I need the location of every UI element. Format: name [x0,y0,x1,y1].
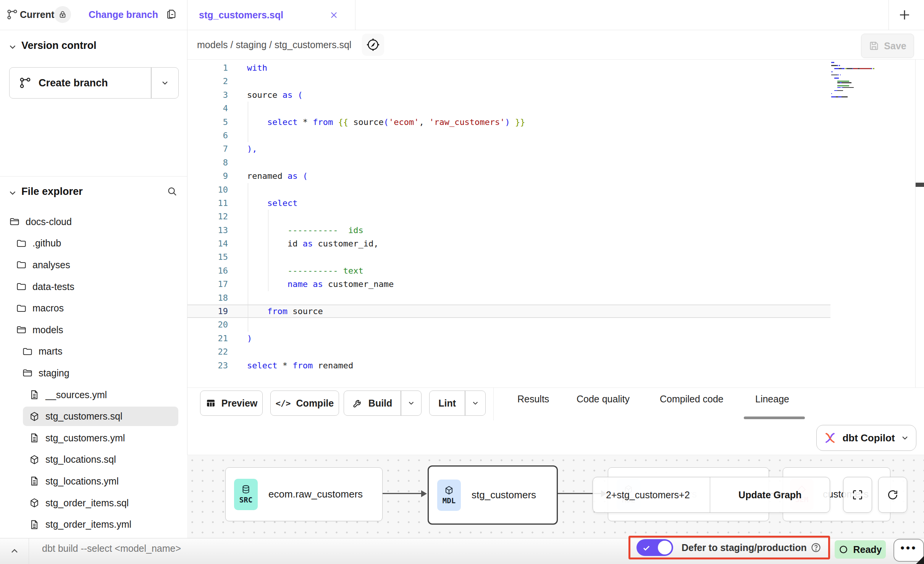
tree-item--sources-yml[interactable]: __sources.yml [0,384,187,406]
code-editor[interactable]: 1with23source as (45 select * from {{ so… [187,60,924,389]
model-cube-icon [29,454,40,465]
build-dropdown[interactable] [401,391,421,415]
line-number: 23 [210,359,228,372]
copy-icon[interactable] [165,8,178,20]
chevron-up-icon[interactable] [9,546,20,556]
build-main[interactable]: Build [344,391,401,415]
build-button[interactable]: Build [344,391,422,416]
save-icon [869,41,879,51]
tree-item-label: stg_customers.yml [45,433,125,444]
table-icon [205,398,216,408]
close-icon[interactable] [329,10,339,20]
new-tab-button[interactable] [895,5,914,24]
code-line: 2 [187,75,830,88]
code-line: 22 [187,345,830,358]
tree-item-data-tests[interactable]: data-tests [0,276,187,298]
tab-lineage[interactable]: Lineage [755,394,789,405]
tree-item-marts[interactable]: marts [0,341,187,363]
tree-item--github[interactable]: .github [0,233,187,254]
tree-item-analyses[interactable]: analyses [0,254,187,276]
code-text: select * from {{ source('ecom', 'raw_cus… [247,115,525,129]
tab-code-quality[interactable]: Code quality [577,394,630,405]
defer-toggle[interactable] [636,539,673,556]
plus-icon [898,8,911,22]
tree-item-stg-customers-yml[interactable]: stg_customers.yml [0,427,187,449]
lineage-node-stg-customers[interactable]: MDL stg_customers [428,465,558,525]
minimap-line [831,85,877,86]
minimap-line [831,92,877,93]
compass-icon [366,37,380,52]
lint-label: Lint [438,398,456,409]
lint-main[interactable]: Lint [430,391,465,415]
toolbar-divider [493,388,494,420]
tree-item-models[interactable]: models [0,319,187,341]
minimap-line [831,84,877,85]
file-explorer-collapse-icon[interactable] [8,188,18,198]
code-line: 18 [187,291,830,305]
fullscreen-icon [851,489,864,501]
lint-button[interactable]: Lint [429,391,486,416]
line-number: 19 [210,305,228,318]
change-branch-link[interactable]: Change branch [89,9,158,20]
line-number: 5 [210,115,228,129]
tree-item-docs-cloud[interactable]: docs-cloud [0,211,187,233]
status-badge: Ready [835,540,886,559]
tab-stg-customers[interactable]: stg_customers.sql [187,0,355,30]
defer-toggle-highlight: Defer to staging/production [628,536,830,559]
sidebar: Current Change branch Version control [0,0,187,538]
line-number: 7 [210,142,228,156]
compile-button[interactable]: </> Compile [270,391,339,416]
update-graph-button[interactable]: Update Graph [710,477,830,512]
version-control-collapse-icon[interactable] [8,42,18,52]
preview-button[interactable]: Preview [200,391,263,416]
update-graph-label: Update Graph [738,489,801,501]
code-text: id as customer_id, [247,237,378,250]
badge-label: MDL [443,496,456,505]
minimap-line [831,93,877,94]
editor-minimap[interactable] [831,62,877,98]
status-circle-icon [838,545,848,554]
dbt-copilot-button[interactable]: dbt Copilot [816,425,916,451]
create-branch-main[interactable]: Create branch [10,68,151,98]
line-number: 15 [210,250,228,264]
tree-item-stg-customers-sql[interactable]: stg_customers.sql [0,405,187,427]
tree-item-stg-order-items-sql[interactable]: stg_order_items.sql [0,492,187,514]
folder-icon [16,281,27,292]
model-cube-icon [29,411,40,422]
file-explorer-title: File explorer [21,186,83,198]
code-line: 20 [187,318,830,331]
tree-item-staging[interactable]: staging [0,362,187,384]
tree-item-label: stg_order_items.sql [45,498,129,509]
save-button[interactable]: Save [861,34,914,58]
dbt-copilot-label: dbt Copilot [842,432,895,444]
command-input[interactable] [41,543,310,554]
lineage-node-ecom-raw-customers[interactable]: SRC ecom.raw_customers [225,467,383,521]
cursor-wedge [916,556,924,564]
tree-item-macros[interactable]: macros [0,297,187,319]
indent-guide [268,210,268,223]
code-line: 7), [187,142,830,156]
code-line: 23select * from renamed [187,359,830,372]
current-branch-label: Current [20,9,54,20]
tree-item-stg-order-items-yml[interactable]: stg_order_items.yml [0,514,187,535]
search-icon[interactable] [166,186,178,197]
help-icon[interactable] [811,542,821,553]
create-branch-dropdown[interactable] [152,68,178,98]
copilot-compass-button[interactable] [362,34,384,56]
version-control-title: Version control [21,40,97,52]
tab-compiled-code[interactable]: Compiled code [660,394,724,405]
code-text: ---------- text [247,264,363,277]
scrollbar-thumb[interactable] [916,183,924,187]
lint-dropdown[interactable] [465,391,485,415]
minimap-line [831,71,877,73]
lineage-edge [382,493,422,494]
code-text: name as customer_name [247,277,394,291]
fullscreen-button[interactable] [843,477,872,513]
lineage-selector-input[interactable] [605,489,710,501]
tree-item-stg-locations-yml[interactable]: stg_locations.yml [0,470,187,492]
refresh-button[interactable] [878,477,907,513]
create-branch-button[interactable]: Create branch [9,67,179,99]
create-branch-label: Create branch [39,77,108,89]
tree-item-stg-locations-sql[interactable]: stg_locations.sql [0,449,187,471]
tab-results[interactable]: Results [517,394,549,405]
